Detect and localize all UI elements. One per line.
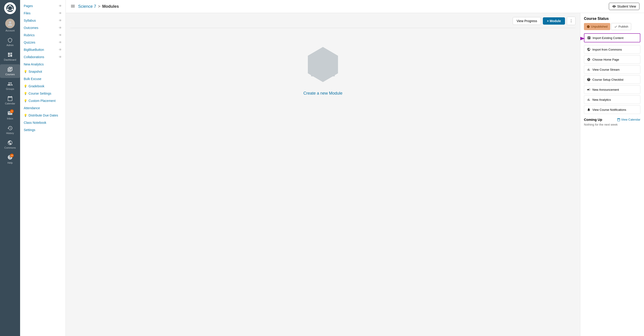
settings-link[interactable]: Settings — [24, 128, 36, 132]
sidebar-item-files[interactable]: Files 👁 — [20, 9, 66, 17]
purple-arrow-icon — [580, 35, 585, 42]
course-settings-bulb-icon: 💡 — [24, 92, 27, 95]
outcomes-visibility-icon[interactable]: 👁 — [59, 26, 62, 30]
collaborations-visibility-icon[interactable]: 👁 — [59, 55, 62, 59]
bulk-excuse-link[interactable]: Bulk Excuse — [24, 77, 41, 81]
app-logo[interactable] — [4, 2, 16, 14]
view-progress-button[interactable]: View Progress — [513, 17, 541, 25]
bell-icon — [587, 108, 590, 112]
distribute-due-dates-link[interactable]: 💡 Distribute Due Dates — [24, 114, 58, 117]
hamburger-button[interactable] — [70, 4, 75, 9]
syllabus-link[interactable]: Syllabus — [24, 19, 36, 22]
sidebar-item-history[interactable]: History — [0, 123, 20, 137]
snapshot-link[interactable]: 💡 Snapshot — [24, 70, 42, 73]
sidebar-item-new-analytics[interactable]: New Analytics — [20, 61, 66, 68]
add-module-button[interactable]: + Module — [543, 17, 565, 25]
svg-rect-12 — [319, 51, 326, 58]
course-sidebar: Pages 👁 Files 👁 Syllabus 👁 Outcomes 👁 Ru… — [20, 0, 66, 336]
admin-label: Admin — [6, 44, 14, 46]
chart-icon — [587, 68, 590, 71]
sidebar-item-help[interactable]: 10 Help — [0, 152, 20, 167]
quizzes-visibility-icon[interactable]: 👁 — [59, 41, 62, 44]
courses-label: Courses — [6, 73, 15, 76]
sidebar-item-quizzes[interactable]: Quizzes 👁 — [20, 39, 66, 46]
sidebar-item-calendar[interactable]: Calendar — [0, 93, 20, 107]
import-existing-content-button[interactable]: Import Existing Content — [584, 33, 640, 42]
view-course-stream-label: View Course Stream — [592, 68, 620, 71]
coming-up-title: Coming Up — [584, 118, 602, 122]
top-header: Science 7 > Modules Student View — [66, 0, 644, 13]
view-calendar-label: View Calendar — [621, 118, 640, 121]
right-panel: Course Status Unpublished Publish — [580, 13, 644, 336]
files-link[interactable]: Files — [24, 11, 30, 15]
course-breadcrumb-link[interactable]: Science 7 — [78, 4, 96, 9]
breadcrumb-separator: > — [98, 4, 100, 9]
sidebar-item-settings[interactable]: Settings — [20, 126, 66, 134]
sidebar-item-inbox[interactable]: 3 Inbox — [0, 108, 20, 122]
course-settings-link[interactable]: 💡 Course Settings — [24, 92, 52, 95]
course-setup-checklist-button[interactable]: Course Setup Checklist — [584, 75, 640, 84]
sidebar-item-account[interactable]: Account — [0, 16, 20, 34]
unpublished-button[interactable]: Unpublished — [584, 23, 610, 30]
view-course-stream-button[interactable]: View Course Stream — [584, 65, 640, 74]
sidebar-item-course-settings[interactable]: 💡 Course Settings — [20, 90, 66, 97]
sidebar-item-gradebook[interactable]: 💡 Gradebook — [20, 83, 66, 90]
pages-link[interactable]: Pages — [24, 4, 33, 8]
commons-small-icon — [587, 48, 590, 51]
new-analytics-button[interactable]: New Analytics — [584, 95, 640, 104]
view-course-notifications-button[interactable]: View Course Notifications — [584, 105, 640, 114]
custom-placement-bulb-icon: 💡 — [24, 99, 27, 102]
more-options-button[interactable]: ⋮ — [567, 17, 576, 25]
commons-label: Commons — [4, 146, 16, 149]
collaborations-link[interactable]: Collaborations — [24, 55, 44, 59]
calendar-label: Calendar — [5, 102, 15, 105]
pages-visibility-icon[interactable]: 👁 — [59, 4, 62, 8]
rubrics-link[interactable]: Rubrics — [24, 33, 34, 37]
view-course-notifications-label: View Course Notifications — [592, 108, 626, 112]
sidebar-item-rubrics[interactable]: Rubrics 👁 — [20, 31, 66, 39]
publish-label: Publish — [618, 25, 628, 28]
sidebar-item-courses[interactable]: Courses — [0, 64, 20, 78]
custom-placement-link[interactable]: 💡 Custom Placement — [24, 99, 56, 103]
rubrics-visibility-icon[interactable]: 👁 — [59, 33, 62, 37]
sidebar-item-collaborations[interactable]: Collaborations 👁 — [20, 53, 66, 61]
megaphone-icon — [587, 88, 590, 91]
new-analytics-link[interactable]: New Analytics — [24, 62, 44, 66]
sidebar-item-distribute-due-dates[interactable]: 💡 Distribute Due Dates — [20, 112, 66, 119]
sidebar-item-admin[interactable]: Admin — [0, 35, 20, 49]
files-visibility-icon[interactable]: 👁 — [59, 11, 62, 15]
account-label: Account — [6, 29, 14, 32]
syllabus-visibility-icon[interactable]: 👁 — [59, 19, 62, 22]
sidebar-item-class-notebook[interactable]: Class Notebook — [20, 119, 66, 126]
attendance-link[interactable]: Attendance — [24, 106, 40, 110]
bigbluebutton-visibility-icon[interactable]: 👁 — [59, 48, 62, 51]
main-content: Science 7 > Modules Student View View Pr… — [66, 0, 644, 336]
sidebar-item-dashboard[interactable]: Dashboard — [0, 50, 20, 63]
sidebar-item-groups[interactable]: Groups — [0, 79, 20, 93]
choose-home-page-button[interactable]: Choose Home Page — [584, 55, 640, 64]
gradebook-link[interactable]: 💡 Gradebook — [24, 84, 44, 88]
create-module-link[interactable]: Create a new Module — [303, 91, 342, 96]
sidebar-item-attendance[interactable]: Attendance — [20, 104, 66, 112]
sidebar-item-commons[interactable]: Commons — [0, 138, 20, 151]
publish-button[interactable]: Publish — [611, 23, 631, 30]
class-notebook-link[interactable]: Class Notebook — [24, 121, 46, 125]
new-announcement-button[interactable]: New Announcement — [584, 85, 640, 94]
quizzes-link[interactable]: Quizzes — [24, 41, 36, 44]
unpublished-label: Unpublished — [591, 25, 608, 28]
bigbluebutton-link[interactable]: BigBlueButton — [24, 48, 44, 51]
sidebar-item-syllabus[interactable]: Syllabus 👁 — [20, 17, 66, 24]
course-setup-checklist-label: Course Setup Checklist — [592, 78, 624, 81]
sidebar-item-snapshot[interactable]: 💡 Snapshot — [20, 68, 66, 75]
outcomes-link[interactable]: Outcomes — [24, 26, 38, 30]
student-view-label: Student View — [617, 4, 636, 8]
gear-small-icon — [587, 58, 590, 61]
sidebar-item-custom-placement[interactable]: 💡 Custom Placement — [20, 97, 66, 104]
sidebar-item-bigbluebutton[interactable]: BigBlueButton 👁 — [20, 46, 66, 53]
sidebar-item-pages[interactable]: Pages 👁 — [20, 2, 66, 9]
sidebar-item-bulk-excuse[interactable]: Bulk Excuse — [20, 75, 66, 83]
sidebar-item-outcomes[interactable]: Outcomes 👁 — [20, 24, 66, 31]
import-from-commons-button[interactable]: Import from Commons — [584, 45, 640, 54]
view-calendar-link[interactable]: View Calendar — [617, 118, 640, 121]
student-view-button[interactable]: Student View — [609, 3, 640, 10]
